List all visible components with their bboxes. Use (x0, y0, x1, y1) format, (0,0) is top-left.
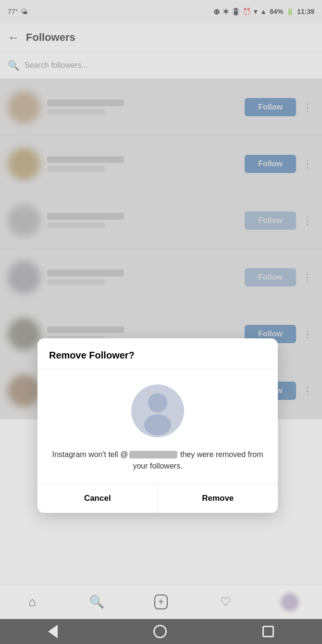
dialog-actions: Cancel Remove (37, 484, 278, 513)
dialog-body: Instagram won't tell @ they were removed… (37, 369, 278, 484)
blurred-username (129, 451, 177, 458)
dialog-title: Remove Follower? (37, 338, 278, 369)
remove-button[interactable]: Remove (158, 484, 278, 513)
person-silhouette-icon (131, 384, 184, 437)
cancel-button[interactable]: Cancel (37, 484, 158, 513)
dialog-message-prefix: Instagram won't tell @ (52, 450, 128, 458)
svg-point-0 (148, 393, 167, 412)
modal-overlay: Remove Follower? Instagram won't tell @ … (0, 0, 322, 644)
remove-follower-dialog: Remove Follower? Instagram won't tell @ … (37, 338, 278, 513)
dialog-avatar (131, 384, 184, 437)
svg-point-1 (144, 414, 171, 435)
dialog-message: Instagram won't tell @ they were removed… (49, 449, 266, 472)
